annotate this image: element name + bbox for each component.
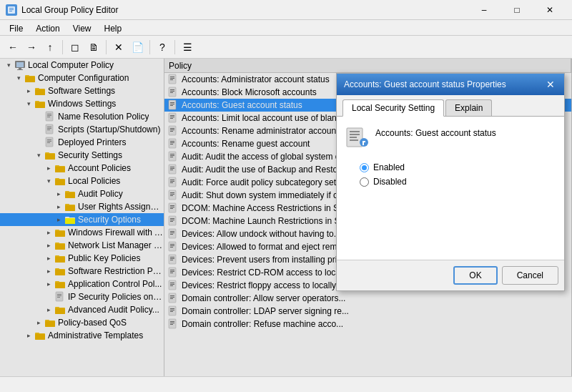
toolbar-sep-2 (106, 40, 107, 54)
menu-view[interactable]: View (66, 21, 98, 34)
help-button[interactable]: ? (154, 39, 171, 56)
radio-group: Enabled Disabled (360, 162, 556, 187)
app-icon (6, 4, 17, 16)
close-button[interactable]: ✕ (533, 0, 566, 20)
forward-button[interactable]: → (23, 39, 40, 56)
toolbar-sep-1 (62, 40, 63, 54)
dialog-overlay: Accounts: Guest account status Propertie… (0, 59, 572, 376)
dialog-setting-name: Accounts: Guest account status (375, 125, 496, 138)
app-title: Local Group Policy Editor (21, 5, 118, 15)
new-window-button[interactable]: 🗎 (85, 39, 102, 56)
delete-button[interactable]: ✕ (110, 39, 127, 56)
toolbar-sep-4 (174, 40, 175, 54)
menu-bar: File Action View Help (0, 20, 572, 36)
window-controls[interactable]: – □ ✕ (468, 0, 566, 20)
svg-rect-159 (350, 139, 358, 141)
tab-local-security-setting[interactable]: Local Security Setting (342, 99, 444, 117)
svg-rect-158 (350, 137, 357, 138)
svg-rect-2 (9, 9, 14, 10)
dialog-content: Accounts: Guest account status Enabled D… (337, 117, 564, 260)
dialog-title: Accounts: Guest account status Propertie… (344, 79, 506, 89)
back-button[interactable]: ← (4, 39, 21, 56)
dialog-footer: OK Cancel (337, 260, 564, 290)
status-bar (0, 376, 572, 392)
radio-enabled[interactable]: Enabled (360, 162, 556, 172)
dialog-setting-icon (345, 125, 368, 148)
radio-enabled-label: Enabled (373, 162, 405, 172)
menu-file[interactable]: File (3, 21, 29, 34)
toolbar-sep-3 (149, 40, 150, 54)
svg-rect-156 (350, 131, 360, 132)
menu-help[interactable]: Help (98, 21, 129, 34)
radio-enabled-btn[interactable] (360, 163, 369, 172)
tab-explain[interactable]: Explain (445, 99, 492, 116)
minimize-button[interactable]: – (468, 0, 500, 20)
svg-rect-161 (363, 141, 365, 142)
up-button[interactable]: ↑ (41, 39, 59, 56)
maximize-button[interactable]: □ (500, 0, 533, 20)
properties-dialog: Accounts: Guest account status Propertie… (336, 73, 565, 291)
dialog-tabs: Local Security Setting Explain (337, 95, 564, 117)
ok-button[interactable]: OK (453, 266, 497, 285)
dialog-header-row: Accounts: Guest account status (345, 125, 556, 148)
dialog-close-button[interactable]: ✕ (544, 78, 557, 91)
radio-disabled-btn[interactable] (360, 177, 369, 187)
svg-rect-3 (9, 11, 12, 11)
main-area: ▾Local Computer Policy▾Computer Configur… (0, 59, 572, 376)
cancel-button[interactable]: Cancel (502, 266, 558, 285)
dialog-title-bar: Accounts: Guest account status Propertie… (337, 74, 564, 95)
svg-rect-157 (350, 134, 360, 135)
svg-rect-162 (363, 142, 364, 145)
radio-disabled-label: Disabled (373, 177, 407, 187)
svg-rect-1 (9, 8, 14, 9)
menu-action[interactable]: Action (29, 21, 66, 34)
show-hide-button[interactable]: ◻ (66, 39, 84, 56)
properties-button[interactable]: 📄 (129, 39, 146, 56)
toolbar: ← → ↑ ◻ 🗎 ✕ 📄 ? ☰ (0, 36, 572, 59)
radio-disabled[interactable]: Disabled (360, 177, 556, 187)
view-button[interactable]: ☰ (179, 39, 196, 56)
title-bar-left: Local Group Policy Editor (6, 4, 118, 16)
title-bar: Local Group Policy Editor – □ ✕ (0, 0, 572, 20)
